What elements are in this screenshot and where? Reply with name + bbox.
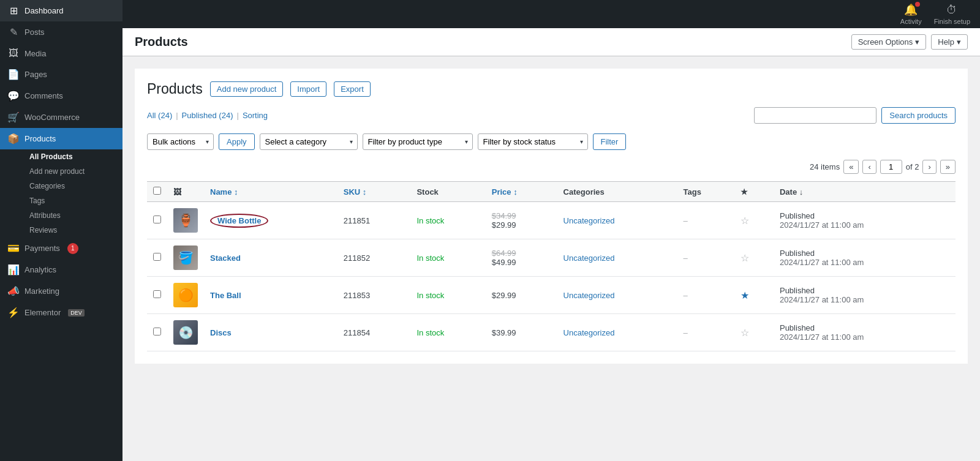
date-value: 2024/11/27 at 11:00 am [780, 295, 864, 304]
sidebar-item-payments[interactable]: 💳 Payments 1 [0, 238, 123, 259]
import-button[interactable]: Import [290, 81, 326, 97]
sidebar-item-analytics[interactable]: 📊 Analytics [0, 259, 123, 280]
product-tags: – [684, 253, 688, 263]
date-col-header[interactable]: Date ↓ [774, 182, 956, 202]
name-col-header[interactable]: Name ↕ [204, 182, 337, 202]
activity-button[interactable]: 🔔 Activity [900, 3, 922, 25]
sidebar-sub-attributes[interactable]: Attributes [22, 208, 123, 223]
help-chevron: ▾ [957, 37, 961, 47]
products-heading: Products [147, 81, 203, 97]
first-page-button[interactable]: « [843, 160, 859, 174]
stock-status-select[interactable]: Filter by stock status [478, 133, 588, 150]
sidebar-item-elementor[interactable]: ⚡ Elementor DEV [0, 302, 123, 323]
product-name-link[interactable]: The Ball [210, 291, 241, 300]
date-label: Published [780, 249, 815, 258]
page-header: Products Screen Options ▾ Help ▾ [123, 28, 980, 56]
export-button[interactable]: Export [334, 81, 371, 97]
sidebar-sub-categories[interactable]: Categories [22, 179, 123, 193]
filter-sorting-link[interactable]: Sorting [243, 111, 268, 120]
sidebar-sub-all-products[interactable]: All Products [22, 149, 123, 164]
price-original: $64.99 [492, 249, 551, 258]
filter-all-link[interactable]: All (24) [147, 111, 172, 120]
sidebar: ⊞ Dashboard ✎ Posts 🖼 Media 📄 Pages 💬 Co… [0, 0, 123, 461]
select-all-checkbox[interactable] [153, 187, 161, 195]
product-type-select[interactable]: Filter by product type [363, 133, 473, 150]
bulk-actions-select[interactable]: Bulk actions [147, 133, 214, 150]
row-checkbox[interactable] [153, 216, 161, 223]
last-page-button[interactable]: » [940, 160, 956, 174]
media-icon: 🖼 [7, 48, 20, 59]
product-category[interactable]: Uncategorized [564, 253, 615, 263]
star-button[interactable]: ☆ [741, 253, 749, 263]
elementor-icon: ⚡ [7, 307, 20, 318]
product-category[interactable]: Uncategorized [564, 291, 615, 300]
apply-button[interactable]: Apply [219, 133, 255, 150]
product-name-cell: Stacked [204, 239, 337, 277]
finish-setup-icon: ⏱ [946, 4, 957, 17]
sidebar-sub-add-new[interactable]: Add new product [22, 164, 123, 179]
marketing-icon: 📣 [7, 285, 20, 297]
search-products-button[interactable]: Search products [881, 107, 956, 124]
prev-page-button[interactable]: ‹ [862, 160, 876, 174]
sidebar-item-label: Pages [24, 70, 47, 79]
row-checkbox[interactable] [153, 253, 161, 261]
search-input[interactable] [754, 107, 876, 124]
sidebar-item-pages[interactable]: 📄 Pages [0, 64, 123, 85]
product-sku: 211851 [337, 202, 411, 239]
price-col-header[interactable]: Price ↕ [486, 182, 557, 202]
price-sale: $49.99 [492, 258, 551, 267]
star-button[interactable]: ☆ [741, 328, 749, 338]
category-select[interactable]: Select a category [260, 133, 358, 150]
product-tags: – [684, 328, 688, 337]
stock-status: In stock [417, 253, 444, 263]
sidebar-sub-reviews[interactable]: Reviews [22, 223, 123, 238]
product-date-cell: Published 2024/11/27 at 11:00 am [774, 239, 956, 277]
product-name-link[interactable]: Discs [210, 328, 232, 337]
date-value: 2024/11/27 at 11:00 am [780, 258, 864, 267]
sidebar-item-comments[interactable]: 💬 Comments [0, 85, 123, 107]
row-checkbox[interactable] [153, 328, 161, 335]
sidebar-item-label: Media [24, 49, 46, 58]
product-name-cell: Discs [204, 314, 337, 351]
product-category[interactable]: Uncategorized [564, 216, 615, 225]
product-name-link[interactable]: Stacked [210, 253, 241, 263]
filter-button[interactable]: Filter [593, 133, 627, 150]
sidebar-item-woocommerce[interactable]: 🛒 WooCommerce [0, 107, 123, 128]
products-table: 🖼 Name ↕ SKU ↕ Stock Price ↕ Categories … [147, 181, 956, 351]
product-name-link[interactable]: Wide Bottle [210, 214, 268, 228]
finish-setup-button[interactable]: ⏱ Finish setup [934, 4, 970, 25]
finish-setup-label: Finish setup [934, 18, 970, 25]
row-checkbox[interactable] [153, 290, 161, 298]
star-button[interactable]: ☆ [741, 216, 749, 226]
elementor-tag: DEV [68, 309, 85, 317]
page-header-actions: Screen Options ▾ Help ▾ [851, 34, 968, 50]
sidebar-item-media[interactable]: 🖼 Media [0, 43, 123, 64]
product-category[interactable]: Uncategorized [564, 328, 615, 337]
price: $39.99 [492, 328, 516, 337]
sidebar-item-products[interactable]: 📦 Products [0, 128, 123, 149]
star-col-header: ★ [734, 182, 774, 202]
star-button[interactable]: ★ [741, 290, 749, 301]
sidebar-item-posts[interactable]: ✎ Posts [0, 21, 123, 43]
sidebar-item-marketing[interactable]: 📣 Marketing [0, 280, 123, 302]
sidebar-item-label: Comments [24, 91, 63, 100]
stock-status: In stock [417, 216, 444, 225]
product-date-cell: Published 2024/11/27 at 11:00 am [774, 277, 956, 314]
sidebar-item-dashboard[interactable]: ⊞ Dashboard [0, 0, 123, 21]
help-label: Help [938, 37, 954, 47]
current-page-input[interactable] [880, 160, 902, 174]
help-button[interactable]: Help ▾ [931, 34, 968, 50]
sidebar-item-label: Dashboard [24, 6, 64, 15]
screen-options-button[interactable]: Screen Options ▾ [851, 34, 927, 50]
product-date-cell: Published 2024/11/27 at 11:00 am [774, 202, 956, 239]
sku-col-header[interactable]: SKU ↕ [337, 182, 411, 202]
add-new-product-button[interactable]: Add new product [210, 81, 284, 97]
filter-published-link[interactable]: Published (24) [182, 111, 233, 120]
sidebar-item-label: Analytics [24, 265, 56, 274]
page-of-label: of 2 [906, 162, 919, 171]
next-page-button[interactable]: › [922, 160, 936, 174]
stock-status: In stock [417, 291, 444, 300]
topbar: 🔔 Activity ⏱ Finish setup [123, 0, 980, 28]
price-original: $34.99 [492, 211, 551, 220]
sidebar-sub-tags[interactable]: Tags [22, 193, 123, 208]
